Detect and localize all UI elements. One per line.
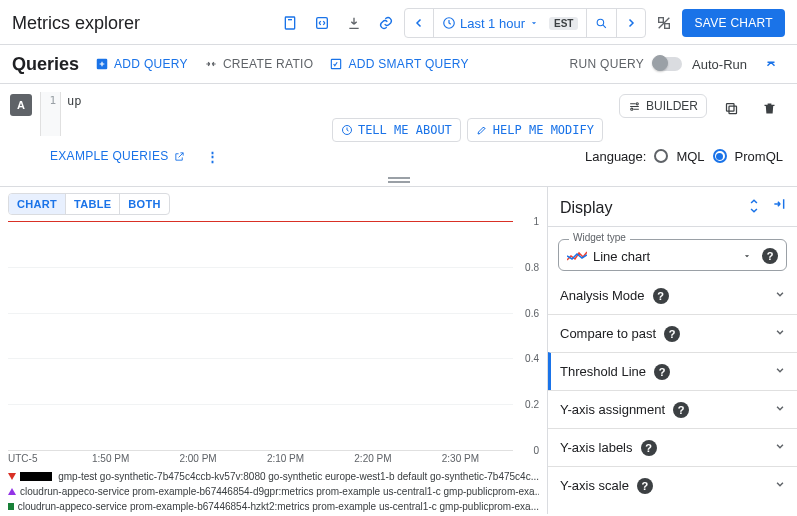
display-section-y-axis-scale[interactable]: Y-axis scale? [548,466,797,504]
create-ratio-button[interactable]: CREATE RATIO [204,57,314,71]
language-promql-radio[interactable] [713,149,727,163]
help-icon[interactable]: ? [673,402,689,418]
chevron-down-icon [773,363,787,380]
help-me-modify-button[interactable]: HELP ME MODIFY [467,118,603,142]
view-tab-chart[interactable]: CHART [9,194,66,214]
ytick: 0 [533,445,539,456]
line-number: 1 [41,92,61,136]
chart-plot[interactable]: 1 0.8 0.6 0.4 0.2 0 [8,221,513,451]
timezone-badge: EST [549,17,578,30]
disable-overlay-icon[interactable] [650,9,678,37]
more-options-icon[interactable]: ⋮ [199,142,227,170]
language-promql-label: PromQL [735,149,783,164]
svg-point-9 [636,102,638,104]
code-icon[interactable] [308,9,336,37]
display-section-y-axis-assignment[interactable]: Y-axis assignment? [548,390,797,428]
ytick: 0.6 [525,307,539,318]
tell-me-about-button[interactable]: TELL ME ABOUT [332,118,461,142]
add-query-button[interactable]: ADD QUERY [95,57,188,71]
view-tab-table[interactable]: TABLE [66,194,120,214]
display-section-analysis-mode[interactable]: Analysis Mode? [548,277,797,314]
display-panel-title: Display [560,199,612,217]
view-tab-both[interactable]: BOTH [120,194,168,214]
svg-rect-1 [317,18,328,29]
chart-area: 1 0.8 0.6 0.4 0.2 0 UTC-5 1:50 PM 2:00 P… [8,221,543,514]
widget-type-select[interactable]: Widget type Line chart ? [558,239,787,271]
legend: gmp-test go-synthetic-7b475c4ccb-kv57v:8… [8,469,539,514]
xtick: 1:50 PM [92,453,129,464]
help-icon[interactable]: ? [664,326,680,342]
display-section-threshold-line[interactable]: Threshold Line? [548,352,797,390]
svg-rect-4 [659,18,664,23]
svg-point-10 [631,108,633,110]
language-mql-label: MQL [676,149,704,164]
run-query-button[interactable]: RUN QUERY [570,57,645,71]
ytick: 1 [533,216,539,227]
svg-rect-13 [388,177,410,179]
builder-button[interactable]: BUILDER [619,94,707,118]
add-smart-query-button[interactable]: ADD SMART QUERY [329,57,469,71]
help-icon[interactable]: ? [641,440,657,456]
view-mode-tabs: CHART TABLE BOTH [8,193,170,215]
auto-run-toggle[interactable] [654,57,682,71]
svg-rect-12 [726,103,734,111]
help-icon[interactable]: ? [654,364,670,380]
help-icon[interactable]: ? [637,478,653,494]
collapse-queries-icon[interactable] [757,50,785,78]
help-icon[interactable]: ? [762,248,778,264]
svg-point-3 [598,19,605,26]
ytick: 0.8 [525,261,539,272]
time-prev-button[interactable] [405,9,434,37]
language-mql-radio[interactable] [654,149,668,163]
delete-query-icon[interactable] [755,94,783,122]
ytick: 0.4 [525,353,539,364]
time-range-picker[interactable]: Last 1 hour EST [404,8,647,38]
time-next-button[interactable] [617,9,645,37]
resize-grip[interactable] [0,176,797,186]
svg-rect-5 [665,24,670,29]
xtick: 2:30 PM [442,453,479,464]
widget-type-value: Line chart [593,249,650,264]
bookmark-icon[interactable] [276,9,304,37]
auto-run-label: Auto-Run [692,57,747,72]
display-section-compare-to-past[interactable]: Compare to past? [548,314,797,352]
ytick: 0.2 [525,399,539,410]
legend-item[interactable]: cloudrun-appeco-service prom-example-b67… [8,484,539,499]
time-search-button[interactable] [587,9,617,37]
help-icon[interactable]: ? [653,288,669,304]
expand-collapse-icon[interactable] [747,197,761,218]
xtick: 2:10 PM [267,453,304,464]
language-label: Language: [585,149,646,164]
copy-query-icon[interactable] [717,94,745,122]
download-icon[interactable] [340,9,368,37]
line-chart-icon [567,250,587,262]
example-queries-button[interactable]: EXAMPLE QUERIES [50,149,185,163]
query-chip-a[interactable]: A [10,94,32,116]
xtick: 2:00 PM [179,453,216,464]
legend-item[interactable]: cloudrun-appeco-service prom-example-b67… [8,499,539,514]
svg-rect-11 [729,106,737,114]
xtick: 2:20 PM [354,453,391,464]
chevron-down-icon [773,439,787,456]
chevron-down-icon [773,477,787,494]
code-editor[interactable]: 1 up TELL ME ABOUT HELP ME MODIFY [40,92,609,136]
queries-heading: Queries [12,54,79,75]
page-title: Metrics explorer [12,13,140,34]
legend-item[interactable]: gmp-test go-synthetic-7b475c4ccb-kv57v:8… [8,469,539,484]
time-range-value[interactable]: Last 1 hour EST [434,9,588,37]
chevron-down-icon [773,325,787,342]
display-section-y-axis-labels[interactable]: Y-axis labels? [548,428,797,466]
link-icon[interactable] [372,9,400,37]
dock-panel-icon[interactable] [771,197,787,218]
save-chart-button[interactable]: SAVE CHART [682,9,785,37]
widget-type-label: Widget type [569,232,630,243]
chevron-down-icon [773,401,787,418]
chevron-down-icon [773,287,787,304]
svg-rect-0 [285,17,294,29]
svg-rect-14 [388,181,410,183]
x-axis: 1:50 PM 2:00 PM 2:10 PM 2:20 PM 2:30 PM [8,453,513,464]
